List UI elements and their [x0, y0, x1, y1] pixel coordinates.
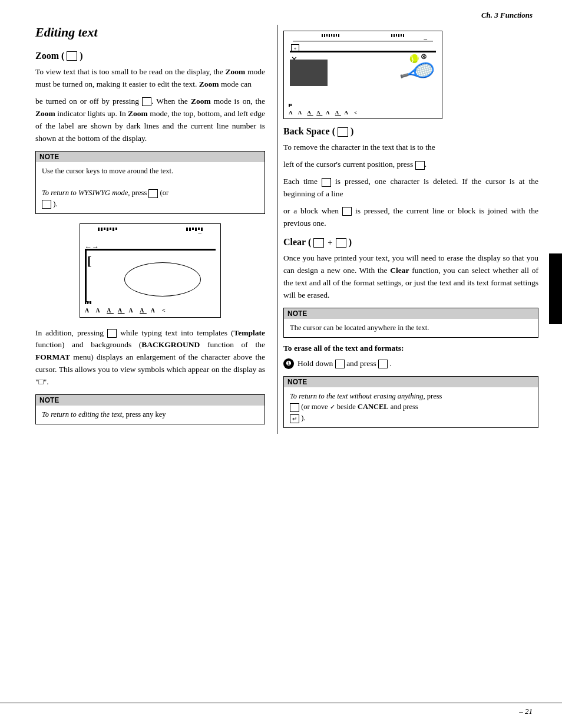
addition-text: In addition, pressing while typing text …	[35, 327, 265, 389]
erase-heading-text: To erase all of the text and formats:	[283, 344, 404, 353]
backspace-heading-end: )	[351, 126, 353, 136]
addition-note-header: NOTE	[36, 395, 265, 406]
zoom-note-body: Use the cursor keys to move around the t…	[36, 162, 265, 213]
addition-note-box: NOTE To return to editing the text, pres…	[35, 394, 265, 424]
step-note-body: To return to the text without erasing an…	[284, 387, 538, 427]
bs-body4: or a block when is pressed, the current …	[283, 205, 538, 230]
diagram-rulers: –	[98, 228, 203, 231]
bs-diagram: – + ✕ ⊗	[283, 31, 442, 119]
step-note-cancel: CANCEL	[358, 403, 389, 411]
step-note-and: and press	[391, 403, 418, 411]
page-title: Editing text	[35, 25, 265, 40]
bracket-cursor: [	[87, 255, 91, 268]
left-column: Editing text Zoom ( ) To view text that …	[35, 25, 265, 434]
clear-body: Once you have printed your text, you wil…	[283, 252, 538, 302]
addition-key	[107, 329, 117, 338]
step1-prefix: Hold down	[297, 359, 333, 368]
bs-char-row: A A A A A A A <	[289, 110, 359, 116]
zoom-note-or: (or	[160, 189, 169, 197]
step-note-key1	[290, 403, 299, 412]
zoom-key	[67, 51, 77, 61]
clear-heading-text: Clear (	[283, 237, 311, 247]
black-tab	[549, 253, 562, 324]
clear-key1	[313, 238, 324, 248]
backspace-heading-text: Back Space (	[283, 126, 335, 136]
bs-bottom-ruler	[289, 104, 292, 107]
bs-hbar	[293, 41, 433, 42]
bs-thick-line	[290, 51, 436, 52]
zoom-note-box: NOTE Use the cursor keys to move around …	[35, 151, 265, 214]
page-container: Ch. 3 Functions Editing text Zoom ( ) To…	[0, 0, 562, 728]
zoom-heading-text: Zoom (	[35, 51, 64, 61]
addition-note-body: To return to editing the text, press any…	[36, 406, 265, 424]
bs-body1: To remove the character in the text that…	[283, 141, 538, 154]
zoom-diagram: – ←→ [ A A A A	[80, 223, 221, 318]
step-note-key2: ↵	[290, 414, 299, 423]
bs-ruler2	[391, 34, 404, 37]
step-note-or: (or move	[301, 403, 328, 411]
step-note-end: ).	[301, 414, 305, 422]
clear-key2	[336, 238, 346, 248]
main-content: Editing text Zoom ( ) To view text that …	[0, 25, 562, 434]
zoom-key-inline	[142, 97, 151, 106]
zoom-note-italic: To return to WYSIWYG mode, press	[42, 189, 147, 197]
clear-note-text: The cursor can be located anywhere in th…	[290, 324, 429, 332]
chapter-title: Ch. 3 Functions	[481, 11, 533, 19]
clear-plus: +	[328, 238, 334, 247]
step1-text: Hold down and press .	[297, 358, 392, 370]
zoom-body2: be turned on or off by pressing . When t…	[35, 95, 265, 145]
step1-item: ❶ Hold down and press .	[283, 358, 538, 370]
ruler-left	[98, 228, 117, 231]
step1-number: ❶	[283, 358, 294, 369]
backspace-heading: Back Space ( )	[283, 126, 538, 137]
zoom-heading: Zoom ( )	[35, 51, 265, 61]
bottom-ruler	[85, 301, 91, 304]
page-number: – 21	[519, 707, 533, 716]
h-dark-line	[85, 249, 216, 251]
step1-end: .	[390, 359, 392, 368]
step-note-box: NOTE To return to the text without erasi…	[283, 376, 538, 428]
bs-key3	[342, 207, 352, 216]
addition-note-italic: To return to editing the text,	[42, 410, 124, 419]
zoom-body1: To view text that is too small to be rea…	[35, 66, 265, 91]
oval-shape	[124, 262, 201, 297]
step1-key2	[378, 360, 388, 368]
clear-heading-end: )	[349, 237, 352, 247]
bs-key1	[415, 161, 425, 170]
minus-symbol: –	[199, 229, 202, 236]
clear-note-header: NOTE	[284, 308, 538, 319]
chapter-header: Ch. 3 Functions	[0, 0, 562, 25]
bs-ruler1	[322, 34, 339, 37]
page-footer: – 21	[0, 703, 562, 716]
step-note-italic2: press	[427, 392, 442, 400]
bs-key2	[322, 178, 331, 187]
right-column: – + ✕ ⊗	[277, 25, 538, 434]
checkmark-icon: ✓	[330, 403, 335, 410]
step-note-header: NOTE	[284, 377, 538, 387]
clear-note-box: NOTE The cursor can be located anywhere …	[283, 308, 538, 338]
erase-heading: To erase all of the text and formats:	[283, 344, 538, 353]
left-vert-bar	[85, 249, 87, 302]
step-note-beside: beside	[337, 403, 358, 411]
bs-body3: Each time is pressed, one character is d…	[283, 176, 538, 200]
zoom-note-text: Use the cursor keys to move around the t…	[42, 167, 173, 175]
bs-grid	[290, 60, 328, 86]
addition-note-text: press any key	[125, 410, 166, 419]
clear-note-body: The cursor can be located anywhere in th…	[284, 319, 538, 337]
bs-top-rulers: –	[296, 34, 430, 37]
backspace-key	[338, 127, 348, 137]
step1-suffix: and press	[346, 359, 376, 368]
clear-heading: Clear ( + )	[283, 237, 538, 248]
zoom-note-key1	[148, 189, 158, 198]
step-note-italic1: To return to the text without erasing an…	[290, 392, 425, 400]
bs-body2: left of the cursor's current position, p…	[283, 159, 538, 171]
char-row: A A A A A A A <	[85, 307, 168, 314]
zoom-note-key2	[42, 200, 51, 209]
zoom-heading-end: )	[80, 51, 82, 61]
bs-racket-icon: 🎾	[398, 54, 437, 90]
zoom-note-end: ).	[53, 200, 57, 208]
zoom-note-header: NOTE	[36, 151, 265, 162]
step1-key1	[335, 360, 345, 368]
